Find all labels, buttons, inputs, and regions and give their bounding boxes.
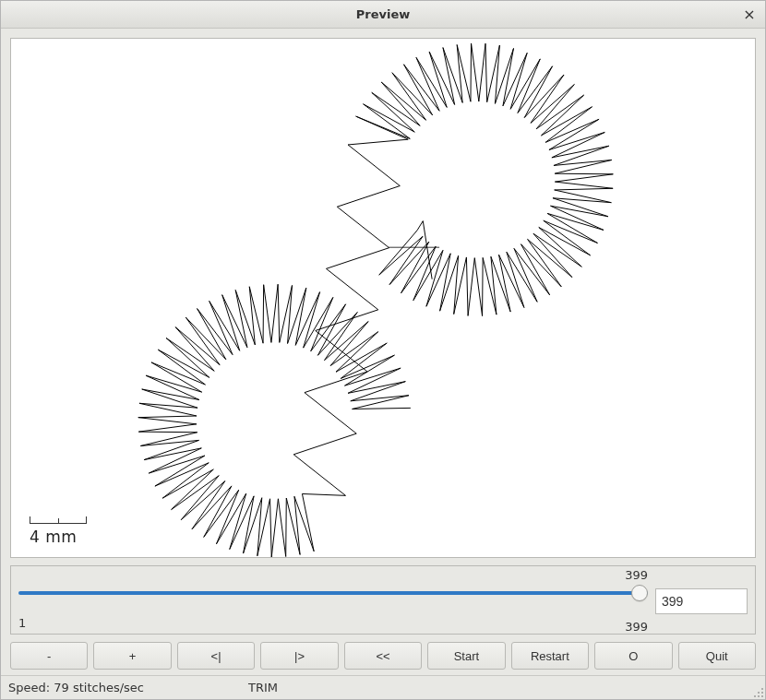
preview-window: Preview × 4 mm 399 399 1 - + bbox=[0, 0, 766, 700]
content-area: 4 mm 399 399 1 - + <| |> << Start Restar… bbox=[1, 29, 765, 675]
window-title: Preview bbox=[1, 7, 765, 21]
statusbar: Speed: 79 stitches/sec TRIM bbox=[1, 675, 765, 699]
resize-grip-icon[interactable] bbox=[748, 682, 763, 697]
slider-panel: 399 399 1 bbox=[10, 565, 756, 635]
speed-up-button[interactable]: + bbox=[93, 642, 171, 670]
scale-legend: 4 mm bbox=[30, 516, 87, 546]
scale-label: 4 mm bbox=[30, 528, 87, 546]
progress-value-input[interactable] bbox=[655, 588, 748, 614]
close-icon[interactable]: × bbox=[739, 5, 760, 25]
preview-canvas: 4 mm bbox=[10, 38, 756, 558]
start-button[interactable]: Start bbox=[427, 642, 505, 670]
slider-bottom-max-label: 399 bbox=[625, 620, 648, 634]
options-button[interactable]: O bbox=[594, 642, 672, 670]
scale-ruler-icon bbox=[30, 516, 87, 524]
step-back-button[interactable]: <| bbox=[177, 642, 255, 670]
controls-row: - + <| |> << Start Restart O Quit bbox=[10, 642, 756, 675]
rewind-button[interactable]: << bbox=[344, 642, 422, 670]
quit-button[interactable]: Quit bbox=[678, 642, 756, 670]
stitch-drawing bbox=[11, 39, 755, 557]
status-command: TRIM bbox=[248, 681, 488, 694]
progress-slider[interactable] bbox=[18, 585, 648, 601]
step-forward-button[interactable]: |> bbox=[260, 642, 338, 670]
slider-min-label: 1 bbox=[18, 616, 648, 630]
titlebar: Preview × bbox=[1, 1, 765, 29]
speed-down-button[interactable]: - bbox=[10, 642, 88, 670]
slider-top-max-label: 399 bbox=[625, 568, 648, 582]
status-speed: Speed: 79 stitches/sec bbox=[8, 681, 248, 694]
restart-button[interactable]: Restart bbox=[511, 642, 589, 670]
